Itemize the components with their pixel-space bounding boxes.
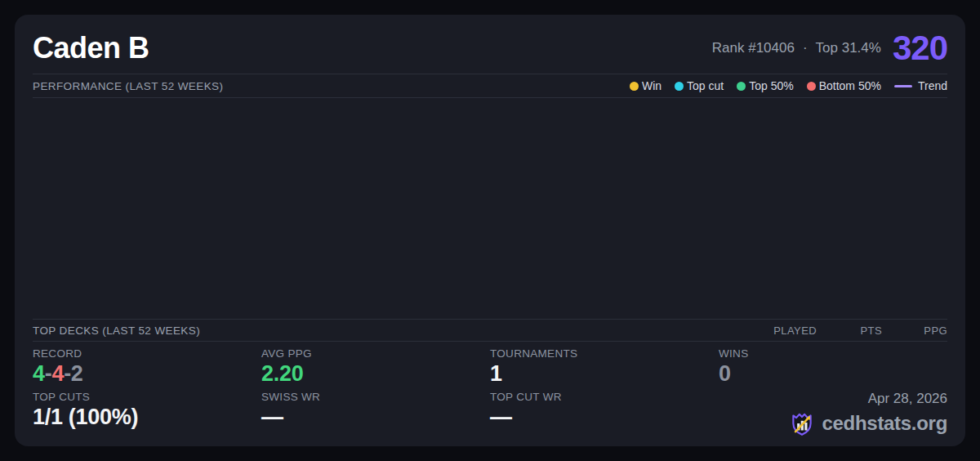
legend-item-bottom-50: Bottom 50% <box>807 79 881 92</box>
stat-record-value: 4-4-2 <box>33 362 261 385</box>
stat-tournaments: TOURNAMENTS 1 <box>490 347 719 391</box>
stat-wins-value: 0 <box>719 362 947 385</box>
legend-item-trend: Trend <box>894 79 947 92</box>
card-header: Caden B Rank #10406 · Top 31.4% 320 <box>33 28 947 74</box>
stat-avg-ppg-label: AVG PPG <box>261 347 490 360</box>
stat-avg-ppg: AVG PPG 2.20 <box>261 347 490 391</box>
page-background: Caden B Rank #10406 · Top 31.4% 320 PERF… <box>0 0 980 461</box>
legend-label-bottom-50: Bottom 50% <box>819 79 881 92</box>
top-50-dot-icon <box>737 82 746 91</box>
stat-record-label: RECORD <box>33 347 261 360</box>
bottom-50-dot-icon <box>807 82 816 91</box>
brand-row: cedhstats.org <box>788 410 947 437</box>
legend-label-top-cut: Top cut <box>687 79 724 92</box>
stat-top-cuts-label: TOP CUTS <box>33 391 261 403</box>
stat-swiss-wr-value: — <box>261 405 490 428</box>
stat-top-cut-wr: TOP CUT WR — <box>490 391 719 440</box>
deck-column-headers: PLAYED PTS PPG <box>751 324 947 337</box>
card-footer: Apr 28, 2026 cedhstats.org <box>719 391 947 440</box>
stat-top-cuts: TOP CUTS 1/1 (100%) <box>33 391 261 440</box>
performance-chart-area <box>33 98 947 319</box>
column-header-pts: PTS <box>817 324 882 337</box>
stat-top-cut-wr-label: TOP CUT WR <box>490 391 719 403</box>
record-losses: 4 <box>51 361 64 386</box>
column-header-ppg: PPG <box>882 324 947 337</box>
legend-item-top-cut: Top cut <box>675 79 724 92</box>
legend-label-top-50: Top 50% <box>749 79 793 92</box>
top-decks-section-title: TOP DECKS (LAST 52 WEEKS) <box>33 324 200 337</box>
rank-area: Rank #10406 · Top 31.4% 320 <box>712 29 947 68</box>
record-draws: 2 <box>71 361 83 386</box>
chart-legend: Win Top cut Top 50% Bottom 50% Trend <box>630 79 947 92</box>
dot-separator: · <box>803 40 808 56</box>
stat-record: RECORD 4-4-2 <box>33 347 261 391</box>
stat-top-cut-wr-value: — <box>490 405 719 428</box>
performance-section-title: PERFORMANCE (LAST 52 WEEKS) <box>33 80 223 92</box>
stat-wins-label: WINS <box>719 347 947 360</box>
column-header-played: PLAYED <box>751 324 817 337</box>
legend-item-top-50: Top 50% <box>737 79 793 92</box>
record-sep2: - <box>64 361 71 386</box>
record-wins: 4 <box>33 361 45 386</box>
stat-avg-ppg-value: 2.20 <box>261 362 490 385</box>
stat-top-cuts-value: 1/1 (100%) <box>33 405 261 428</box>
player-stats-card: Caden B Rank #10406 · Top 31.4% 320 PERF… <box>15 15 965 446</box>
top-percent-text: Top 31.4% <box>816 40 881 56</box>
legend-item-win: Win <box>630 79 662 92</box>
stat-swiss-wr: SWISS WR — <box>261 391 490 440</box>
player-score: 320 <box>893 29 947 68</box>
stat-tournaments-label: TOURNAMENTS <box>490 347 719 360</box>
stat-swiss-wr-label: SWISS WR <box>261 391 490 403</box>
win-dot-icon <box>630 82 639 91</box>
stat-wins: WINS 0 <box>719 347 947 391</box>
top-cut-dot-icon <box>675 82 684 91</box>
rank-meta: Rank #10406 · Top 31.4% <box>712 40 881 56</box>
stats-grid: RECORD 4-4-2 AVG PPG 2.20 TOURNAMENTS 1 … <box>33 342 947 440</box>
date-text: Apr 28, 2026 <box>868 391 947 407</box>
legend-label-win: Win <box>642 79 662 92</box>
stat-tournaments-value: 1 <box>490 362 719 385</box>
cedhstats-shield-logo-icon <box>788 410 816 437</box>
top-decks-section-header: TOP DECKS (LAST 52 WEEKS) PLAYED PTS PPG <box>33 320 947 341</box>
player-name: Caden B <box>33 31 149 65</box>
performance-section-header: PERFORMANCE (LAST 52 WEEKS) Win Top cut … <box>33 74 947 97</box>
rank-text: Rank #10406 <box>712 40 795 56</box>
trend-line-icon <box>894 85 912 87</box>
legend-label-trend: Trend <box>918 79 947 92</box>
brand-text: cedhstats.org <box>822 412 947 435</box>
